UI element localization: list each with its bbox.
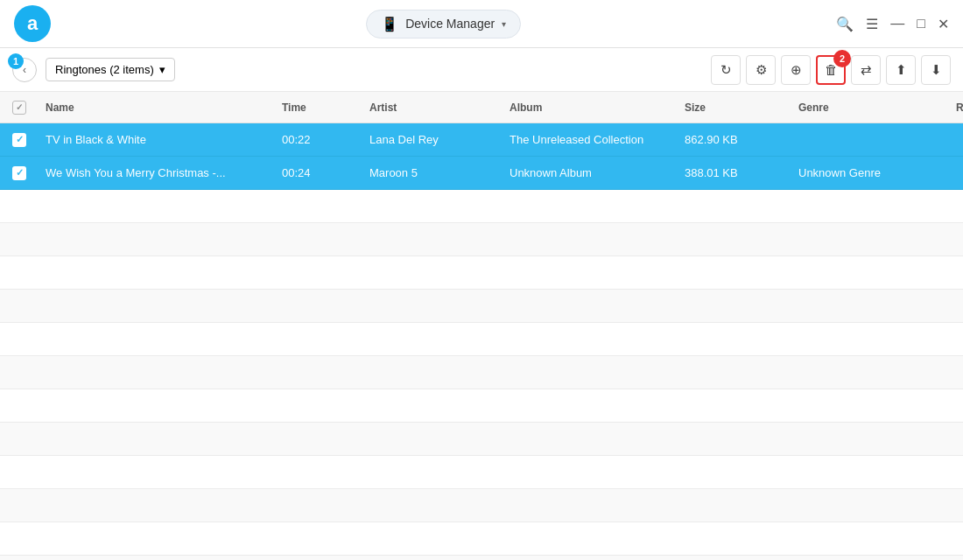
col-header-artist: Artist [362,102,503,114]
section-label: Ringtones (2 items) [55,63,154,76]
restore-button[interactable]: □ [917,16,925,32]
import-icon: ⇄ [861,62,872,78]
section-dropdown-arrow-icon: ▾ [159,63,165,76]
checkbox-checked-icon [12,133,26,147]
row2-check[interactable] [0,166,39,180]
settings-button[interactable]: ⚙ [746,55,776,85]
col-header-genre: Genre [791,102,949,114]
device-manager-label: Device Manager [405,17,495,31]
row2-genre: Unknown Genre [791,166,949,179]
col-header-time: Time [275,102,362,114]
import-button[interactable]: ⇄ [851,55,881,85]
settings-icon: ⚙ [756,62,767,78]
col-header-check[interactable]: ✓ [0,101,39,115]
app-logo[interactable]: a [14,5,51,42]
empty-area [0,190,963,560]
download-icon: ⬇ [931,62,942,78]
title-bar-left: a [14,5,51,42]
table-row[interactable]: We Wish You a Merry Christmas -... 00:24… [0,157,963,190]
add-icon: ⊕ [791,62,802,78]
row1-artist: Lana Del Rey [362,133,503,146]
row1-album: The Unreleased Collection [503,133,678,146]
minimize-button[interactable]: — [890,16,904,32]
row1-size: 862.90 KB [678,133,791,146]
col-header-album: Album [503,102,678,114]
back-button[interactable]: 1 ‹ [12,58,37,82]
col-header-name: Name [39,102,275,114]
table-header: ✓ Name Time Artist Album Size Genre Rati… [0,92,963,123]
table-row[interactable]: TV in Black & White 00:22 Lana Del Rey T… [0,123,963,157]
menu-button[interactable]: ☰ [866,16,878,32]
device-manager-btn[interactable]: 📱 Device Manager ▾ [366,10,521,38]
search-button[interactable]: 🔍 [836,16,854,32]
title-bar: a 📱 Device Manager ▾ 🔍 ☰ — □ ✕ [0,0,963,48]
badge-1: 1 [8,53,24,69]
checkbox-checked-icon [12,166,26,180]
row1-check[interactable] [0,133,39,147]
download-button[interactable]: ⬇ [921,55,951,85]
row2-name: We Wish You a Merry Christmas -... [39,166,275,179]
add-button[interactable]: ⊕ [781,55,811,85]
toolbar-left: 1 ‹ Ringtones (2 items) ▾ [12,58,175,82]
toolbar-right: ↻ ⚙ ⊕ 2 🗑 ⇄ ⬆ ⬇ [711,55,951,85]
export-button[interactable]: ⬆ [886,55,916,85]
toolbar: 1 ‹ Ringtones (2 items) ▾ ↻ ⚙ ⊕ 2 🗑 ⇄ ⬆ … [0,48,963,92]
export-icon: ⬆ [896,62,907,78]
refresh-icon: ↻ [720,62,732,78]
back-arrow-icon: ‹ [23,64,26,76]
row1-time: 00:22 [275,133,362,146]
row2-artist: Maroon 5 [362,166,503,179]
row2-time: 00:24 [275,166,362,179]
close-button[interactable]: ✕ [938,16,949,32]
badge-2: 2 [833,50,851,67]
delete-button[interactable]: 2 🗑 [816,55,846,85]
title-bar-controls: 🔍 ☰ — □ ✕ [836,16,949,32]
row1-name: TV in Black & White [39,133,275,146]
row2-size: 388.01 KB [678,166,791,179]
col-header-rating: Rating [949,102,963,114]
device-manager-dropdown-icon: ▾ [502,19,506,29]
col-header-size: Size [678,102,791,114]
table-container: ✓ Name Time Artist Album Size Genre Rati… [0,92,963,190]
device-icon: 📱 [381,16,398,32]
refresh-button[interactable]: ↻ [711,55,741,85]
row2-album: Unknown Album [503,166,678,179]
section-dropdown[interactable]: Ringtones (2 items) ▾ [46,58,175,81]
